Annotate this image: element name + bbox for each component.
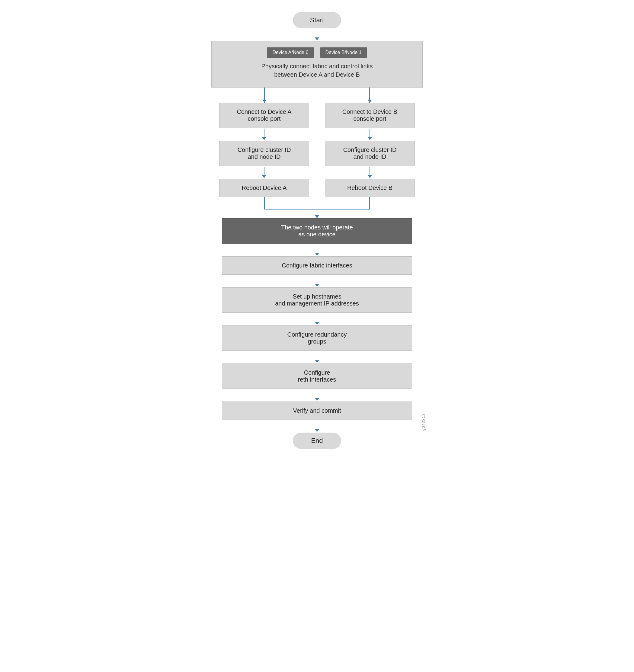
start-node: Start: [293, 12, 341, 28]
branch-arrow-left: [262, 100, 266, 103]
arrow-unified-4: [315, 352, 319, 363]
end-node: End: [293, 433, 341, 449]
configure-cluster-b: Configure cluster IDand node ID: [325, 141, 415, 166]
device-b-label: Device B/Node 1: [320, 47, 367, 58]
merge-arrows: [211, 197, 423, 218]
merge-left-vert: [264, 197, 265, 209]
merged-labels: Device A/Node 0 Device B/Node 1: [267, 47, 367, 58]
merged-top-box: Device A/Node 0 Device B/Node 1 Physical…: [211, 41, 423, 88]
left-column: Connect to Device Aconsole port Configur…: [211, 103, 317, 197]
branch-arrow-right: [368, 100, 372, 103]
connect-device-b: Connect to Device Bconsole port: [325, 103, 415, 128]
merged-box-text: Physically connect fabric and control li…: [261, 62, 373, 79]
configure-cluster-a: Configure cluster IDand node ID: [219, 141, 309, 166]
set-up-hostnames: Set up hostnamesand management IP addres…: [222, 287, 412, 313]
reboot-device-b: Reboot Device B: [325, 179, 415, 197]
connect-device-a: Connect to Device Aconsole port: [219, 103, 309, 128]
reboot-device-a: Reboot Device A: [219, 179, 309, 197]
configure-fabric-interfaces: Configure fabric interfaces: [222, 256, 412, 275]
verify-and-commit: Verify and commit: [222, 402, 412, 420]
arrow-unified-2: [315, 275, 319, 287]
right-column: Connect to Device Bconsole port Configur…: [317, 103, 423, 197]
configure-reth-interfaces: Configurereth interfaces: [222, 363, 412, 389]
arrow-unified-5: [315, 389, 319, 401]
arrow-unified-1: [315, 244, 319, 256]
branch-arrows: [211, 88, 423, 103]
two-col-section: Connect to Device Aconsole port Configur…: [211, 103, 423, 197]
arrow-right-2: [368, 167, 372, 178]
merge-arrow-head: [315, 215, 319, 218]
watermark: g043313: [421, 413, 426, 431]
diagram-container: Start Device A/Node 0 Device B/Node 1 Ph…: [211, 12, 423, 449]
arrow-to-end: [315, 421, 319, 432]
arrow-start-to-merged: [315, 29, 319, 41]
arrow-left-2: [262, 167, 266, 178]
arrow-left-1: [262, 128, 266, 140]
arrow-right-1: [368, 128, 372, 140]
configure-redundancy-groups: Configure redundancygroups: [222, 326, 412, 351]
merge-right-vert: [369, 197, 370, 209]
device-a-label: Device A/Node 0: [267, 47, 314, 58]
two-nodes-step: The two nodes will operateas one device: [222, 218, 412, 244]
arrow-unified-3: [315, 313, 319, 325]
